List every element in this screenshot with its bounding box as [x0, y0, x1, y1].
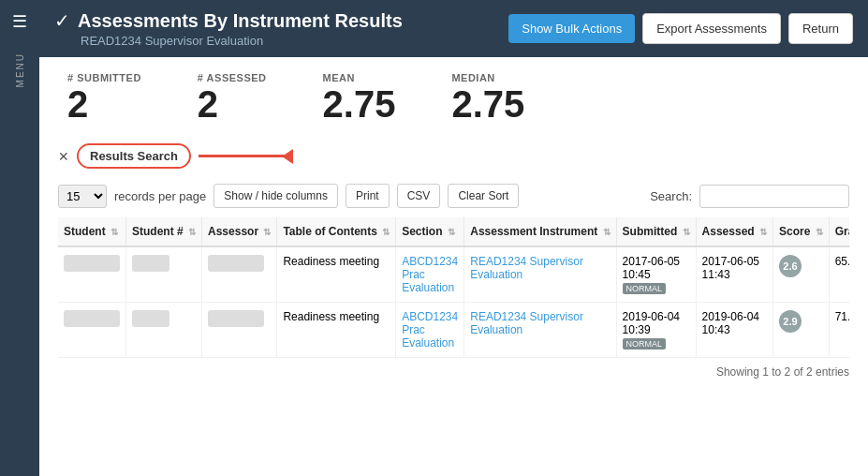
- cell-submitted: 2019-06-04 10:39NORMAL: [616, 303, 696, 358]
- main-content: ✓ Assessments By Instrument Results READ…: [39, 0, 868, 476]
- cell-assessed: 2019-06-04 10:43: [696, 303, 772, 358]
- sort-icon-score[interactable]: ⇅: [816, 227, 823, 237]
- stat-mean: MEAN 2.75: [323, 72, 396, 125]
- table-row: Readiness meetingABCD1234 Prac Evaluatio…: [58, 303, 849, 358]
- page-subtitle: READ1234 Supervisor Evaluation: [81, 34, 263, 48]
- student-blurred: [64, 255, 120, 272]
- print-button[interactable]: Print: [346, 184, 390, 208]
- col-assessor: Assessor ⇅: [202, 217, 277, 246]
- sort-icon-student[interactable]: ⇅: [110, 227, 118, 237]
- cell-student: [58, 303, 126, 358]
- col-submitted: Submitted ⇅: [616, 217, 696, 246]
- assessor-blurred: [208, 310, 264, 327]
- csv-button[interactable]: CSV: [397, 184, 441, 208]
- normal-badge: NORMAL: [623, 338, 667, 350]
- page-title: Assessments By Instrument Results: [78, 10, 403, 32]
- stat-median-label: MEDIAN: [451, 72, 524, 83]
- sidebar: ☰ MENU: [0, 0, 39, 476]
- cell-score: 2.6: [772, 246, 829, 303]
- sidebar-menu-label: MENU: [15, 52, 25, 87]
- cell-section: ABCD1234 Prac Evaluation: [396, 246, 464, 303]
- stat-median-value: 2.75: [451, 83, 524, 125]
- col-grade: Grade (%) ⇅: [829, 217, 849, 246]
- col-student: Student ⇅: [58, 217, 126, 246]
- score-badge: 2.6: [779, 255, 802, 277]
- results-search-button[interactable]: Results Search: [77, 143, 191, 169]
- sort-icon-instrument[interactable]: ⇅: [603, 227, 611, 237]
- show-hide-columns-button[interactable]: Show / hide columns: [213, 184, 338, 208]
- sort-icon-student-num[interactable]: ⇅: [188, 227, 196, 237]
- red-arrow: [199, 155, 292, 157]
- col-instrument: Assessment Instrument ⇅: [464, 217, 616, 246]
- header: ✓ Assessments By Instrument Results READ…: [39, 0, 868, 57]
- cell-toc: Readiness meeting: [277, 246, 396, 303]
- show-bulk-actions-button[interactable]: Show Bulk Actions: [508, 14, 635, 43]
- cell-submitted: 2017-06-05 10:45NORMAL: [616, 246, 696, 303]
- instrument-link[interactable]: READ1234 Supervisor Evaluation: [470, 310, 583, 336]
- col-assessed: Assessed ⇅: [696, 217, 772, 246]
- cell-student: [58, 246, 126, 303]
- toolbar-row: 15 25 50 100 records per page Show / hid…: [58, 184, 849, 208]
- stat-submitted: # SUBMITTED 2: [67, 72, 141, 125]
- sort-icon-assessor[interactable]: ⇅: [263, 227, 271, 237]
- cell-assessor: [202, 303, 277, 358]
- col-student-num: Student # ⇅: [126, 217, 202, 246]
- section-link[interactable]: ABCD1234 Prac Evaluation: [402, 310, 458, 350]
- cell-instrument: READ1234 Supervisor Evaluation: [464, 246, 616, 303]
- cell-score: 2.9: [772, 303, 829, 358]
- col-section: Section ⇅: [396, 217, 464, 246]
- assessor-blurred: [208, 255, 264, 272]
- results-search-close-icon[interactable]: ✕: [58, 149, 69, 164]
- instrument-link[interactable]: READ1234 Supervisor Evaluation: [470, 255, 583, 281]
- check-icon: ✓: [54, 9, 70, 32]
- sort-icon-section[interactable]: ⇅: [448, 227, 455, 237]
- cell-toc: Readiness meeting: [277, 303, 396, 358]
- export-assessments-button[interactable]: Export Assessments: [642, 13, 781, 44]
- stat-submitted-value: 2: [67, 83, 141, 125]
- sort-icon-toc[interactable]: ⇅: [382, 227, 390, 237]
- sort-icon-submitted[interactable]: ⇅: [683, 227, 690, 237]
- table-header-row: Student ⇅ Student # ⇅ Assessor ⇅ Table o…: [58, 217, 849, 246]
- col-toc: Table of Contents ⇅: [277, 217, 396, 246]
- stat-submitted-label: # SUBMITTED: [67, 72, 141, 83]
- student-blurred: [64, 310, 120, 327]
- cell-assessed: 2017-06-05 11:43: [696, 246, 772, 303]
- results-search-row: ✕ Results Search: [58, 143, 849, 169]
- cell-section: ABCD1234 Prac Evaluation: [396, 303, 464, 358]
- stat-median: MEDIAN 2.75: [451, 72, 524, 125]
- return-button[interactable]: Return: [788, 13, 853, 44]
- results-table: Student ⇅ Student # ⇅ Assessor ⇅ Table o…: [58, 217, 849, 358]
- cell-instrument: READ1234 Supervisor Evaluation: [464, 303, 616, 358]
- search-input[interactable]: [699, 185, 849, 208]
- normal-badge: NORMAL: [623, 283, 667, 294]
- cell-student-num: [126, 246, 202, 303]
- header-buttons: Show Bulk Actions Export Assessments Ret…: [508, 13, 853, 44]
- student-num-blurred: [132, 310, 169, 327]
- student-num-blurred: [132, 255, 169, 272]
- stat-assessed: # ASSESSED 2: [198, 72, 267, 125]
- sort-icon-assessed[interactable]: ⇅: [759, 227, 767, 237]
- section-link[interactable]: ABCD1234 Prac Evaluation: [402, 255, 458, 294]
- records-per-page-select[interactable]: 15 25 50 100: [58, 185, 107, 208]
- table-wrapper: Student ⇅ Student # ⇅ Assessor ⇅ Table o…: [58, 217, 849, 379]
- stat-mean-label: MEAN: [323, 72, 396, 83]
- records-per-page-label: records per page: [114, 189, 206, 203]
- score-badge: 2.9: [779, 310, 802, 333]
- cell-assessor: [202, 246, 277, 303]
- body: # SUBMITTED 2 # ASSESSED 2 MEAN 2.75 MED…: [39, 57, 868, 476]
- stats-row: # SUBMITTED 2 # ASSESSED 2 MEAN 2.75 MED…: [58, 72, 849, 125]
- cell-grade: 65.60: [829, 246, 849, 303]
- header-left: ✓ Assessments By Instrument Results READ…: [54, 9, 403, 48]
- table-row: Readiness meetingABCD1234 Prac Evaluatio…: [58, 246, 849, 303]
- arrow-line: [199, 155, 292, 157]
- search-label: Search:: [650, 189, 692, 203]
- cell-student-num: [126, 303, 202, 358]
- clear-sort-button[interactable]: Clear Sort: [448, 184, 519, 208]
- cell-grade: 71.90: [829, 303, 849, 358]
- header-title-row: ✓ Assessments By Instrument Results: [54, 9, 403, 32]
- hamburger-icon[interactable]: ☰: [12, 0, 27, 43]
- showing-entries: Showing 1 to 2 of 2 entries: [58, 365, 849, 379]
- stat-assessed-value: 2: [198, 83, 267, 125]
- col-score: Score ⇅: [772, 217, 829, 246]
- stat-mean-value: 2.75: [323, 83, 396, 125]
